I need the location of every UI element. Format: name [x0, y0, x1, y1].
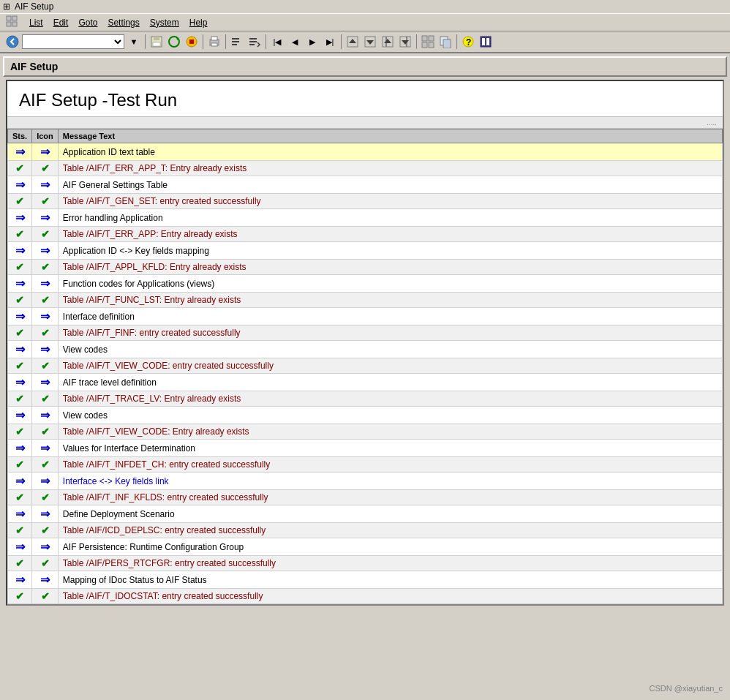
row-sts: ✔: [8, 194, 32, 209]
menu-list[interactable]: List: [25, 16, 48, 29]
row-icon: ✔: [32, 490, 59, 505]
menu-help[interactable]: Help: [185, 16, 212, 29]
row-sts: ⇒: [8, 176, 32, 194]
table-row: ⇒⇒AIF Persistence: Runtime Configuration…: [8, 538, 723, 556]
row-message: Table /AIF/T_VIEW_CODE: entry created su…: [58, 358, 722, 374]
toolbar-dropdown[interactable]: [22, 34, 124, 49]
row-icon: ✔: [32, 556, 59, 571]
row-sts: ✔: [8, 523, 32, 538]
page-up-button[interactable]: [345, 34, 361, 50]
row-message: Error handling Application: [58, 209, 722, 227]
row-icon: ✔: [32, 391, 59, 407]
row-message: AIF General Settings Table: [58, 176, 722, 194]
table-row: ⇒⇒View codes: [8, 407, 723, 424]
results-table: Sts. Icon Message Text ⇒⇒Application ID …: [7, 129, 723, 604]
menu-goto[interactable]: Goto: [74, 16, 102, 29]
resize-handle: .....: [7, 117, 723, 129]
scroll-down-button[interactable]: [397, 34, 413, 50]
table-row: ✔✔Table /AIF/T_VIEW_CODE: entry created …: [8, 358, 723, 374]
message-text: Table /AIF/T_VIEW_CODE: entry created su…: [63, 361, 274, 371]
next-button[interactable]: ▶: [304, 34, 320, 50]
check-icon: ✔: [15, 261, 24, 273]
message-text: Table /AIF/T_FINF: entry created success…: [63, 328, 241, 338]
row-message: Values for Interface Determination: [58, 440, 722, 457]
message-text: View codes: [63, 410, 108, 421]
row-message: Table /AIF/T_VIEW_CODE: Entry already ex…: [58, 424, 722, 440]
svg-rect-18: [249, 41, 257, 42]
row-status-arrow: ⇒: [40, 573, 50, 586]
row-status-check: ✔: [41, 393, 50, 404]
save-button[interactable]: [148, 34, 165, 50]
menu-edit[interactable]: Edit: [49, 16, 73, 29]
page-down-button[interactable]: [362, 34, 378, 50]
menu-bar: List Edit Goto Settings System Help: [0, 14, 730, 31]
check-icon: ✔: [15, 590, 24, 602]
row-message: Table /AIF/T_ERR_APP: Entry already exis…: [58, 227, 722, 242]
message-text: Table /AIF/T_ERR_APP: Entry already exis…: [63, 229, 238, 239]
arrow-icon: ⇒: [15, 343, 25, 355]
row-status-check: ✔: [41, 261, 50, 273]
menu-settings[interactable]: Settings: [103, 16, 143, 29]
row-status-check: ✔: [41, 327, 50, 339]
svg-point-4: [7, 36, 18, 48]
header-title: AIF Setup: [10, 61, 58, 72]
row-sts: ✔: [8, 358, 32, 374]
prev-button[interactable]: ◀: [287, 34, 303, 50]
row-status-arrow: ⇒: [40, 211, 50, 224]
last-button[interactable]: ▶|: [322, 34, 338, 50]
message-text: View codes: [63, 345, 108, 355]
row-icon: ✔: [32, 161, 59, 176]
find-next-button[interactable]: [247, 34, 263, 50]
svg-text:?: ?: [466, 37, 471, 48]
check-icon: ✔: [15, 228, 24, 240]
row-message: Function codes for Applications (views): [58, 275, 722, 293]
arrow-icon: ⇒: [15, 277, 25, 290]
row-icon: ✔: [32, 589, 59, 604]
menu-system[interactable]: System: [146, 16, 184, 29]
customize-button[interactable]: [478, 34, 494, 50]
row-sts: ⇒: [8, 505, 32, 523]
arrow-icon: ⇒: [15, 310, 25, 323]
row-status-check: ✔: [41, 294, 50, 306]
stop-button[interactable]: [184, 34, 200, 50]
row-icon: ✔: [32, 424, 59, 440]
zoom-button[interactable]: [437, 34, 454, 50]
row-message: Table /AIF/T_TRACE_LV: Entry already exi…: [58, 391, 722, 407]
scroll-up-button[interactable]: [380, 34, 396, 50]
table-row: ✔✔Table /AIF/ICD_DEPLSC: entry created s…: [8, 523, 723, 538]
row-message: View codes: [58, 341, 722, 358]
first-button[interactable]: |◀: [269, 34, 285, 50]
check-icon: ✔: [15, 492, 24, 503]
row-status-check: ✔: [41, 459, 50, 470]
table-row: ⇒⇒View codes: [8, 341, 723, 358]
table-row: ⇒⇒Define Deployment Scenario: [8, 505, 723, 523]
row-icon: ⇒: [32, 143, 59, 161]
row-icon: ⇒: [32, 538, 59, 556]
row-status-check: ✔: [41, 590, 50, 602]
row-sts: ✔: [8, 424, 32, 440]
row-sts: ✔: [8, 227, 32, 242]
row-message: View codes: [58, 407, 722, 424]
help-button[interactable]: ?: [460, 34, 476, 50]
row-status-check: ✔: [41, 524, 50, 536]
row-sts: ⇒: [8, 374, 32, 391]
arrow-icon: ⇒: [15, 541, 25, 553]
row-status-check: ✔: [41, 195, 50, 207]
refresh-button[interactable]: [166, 34, 182, 50]
back-button[interactable]: [4, 34, 20, 50]
print-button[interactable]: [206, 34, 222, 50]
window-icon: ⊞: [3, 1, 10, 12]
table-row: ⇒⇒Interface definition: [8, 308, 723, 325]
row-icon: ✔: [32, 325, 59, 341]
row-status-arrow: ⇒: [40, 376, 50, 388]
dropdown-arrow-button[interactable]: ▼: [126, 34, 142, 50]
table-row: ⇒⇒Function codes for Applications (views…: [8, 275, 723, 293]
message-text: Table /AIF/T_APPL_KFLD: Entry already ex…: [63, 262, 247, 272]
check-icon: ✔: [15, 426, 24, 437]
find-button[interactable]: [229, 34, 245, 50]
row-message: AIF Persistence: Runtime Configuration G…: [58, 538, 722, 556]
svg-rect-35: [482, 38, 485, 45]
message-text: Table /AIF/T_FUNC_LST: Entry already exi…: [63, 295, 241, 305]
table-row: ✔✔Table /AIF/T_IDOCSTAT: entry created s…: [8, 589, 723, 604]
layout-button[interactable]: [420, 34, 436, 50]
